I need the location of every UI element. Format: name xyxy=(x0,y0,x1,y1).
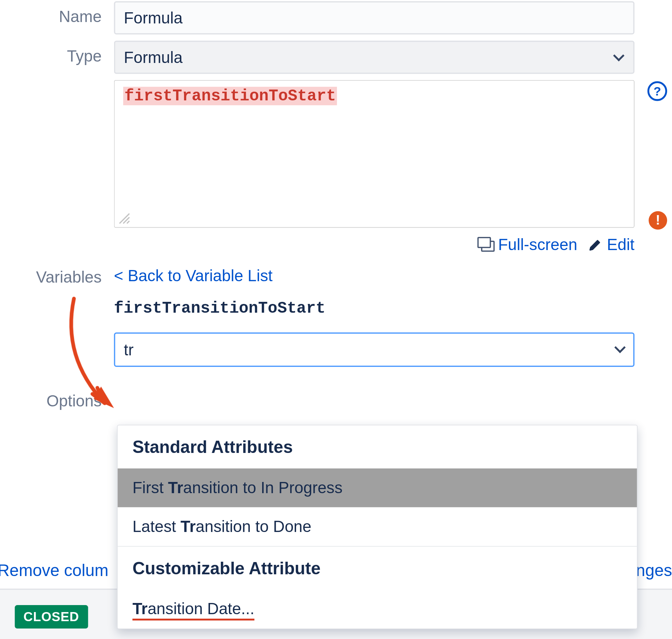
type-select[interactable]: Formula xyxy=(114,41,635,74)
edit-label: Edit xyxy=(607,235,635,254)
chevron-down-icon xyxy=(614,52,625,63)
variable-search-input[interactable] xyxy=(114,332,635,367)
type-label: Type xyxy=(67,47,102,65)
dropdown-item-transition-date[interactable]: Transition Date... xyxy=(118,590,637,629)
type-select-value: Formula xyxy=(124,48,183,67)
fullscreen-link[interactable]: Full-screen xyxy=(478,235,578,254)
help-icon[interactable]: ? xyxy=(648,81,667,101)
changes-link-fragment[interactable]: nges xyxy=(636,561,672,581)
options-label: Options xyxy=(47,391,102,410)
attribute-dropdown: Standard Attributes First Transition to … xyxy=(117,425,637,629)
name-label: Name xyxy=(59,7,102,26)
variable-name: firstTransitionToStart xyxy=(114,299,638,318)
formula-token: firstTransitionToStart xyxy=(123,87,337,105)
fullscreen-icon xyxy=(478,238,493,251)
edit-link[interactable]: Edit xyxy=(588,235,635,254)
formula-editor[interactable]: firstTransitionToStart xyxy=(114,80,635,228)
status-badge: CLOSED xyxy=(15,605,88,629)
remove-column-link[interactable]: Remove colum xyxy=(0,561,108,581)
name-input[interactable] xyxy=(114,1,635,35)
svg-line-2 xyxy=(127,221,130,223)
resize-handle-icon[interactable] xyxy=(118,212,131,225)
dropdown-item-latest-transition[interactable]: Latest Transition to Done xyxy=(118,507,637,546)
back-to-variable-list-link[interactable]: < Back to Variable List xyxy=(114,267,273,285)
dropdown-group-customizable: Customizable Attribute xyxy=(118,547,637,590)
variables-label: Variables xyxy=(36,268,102,286)
dropdown-item-first-transition[interactable]: First Transition to In Progress xyxy=(118,468,637,507)
pencil-icon xyxy=(588,238,602,251)
error-icon[interactable]: ! xyxy=(649,211,667,230)
fullscreen-label: Full-screen xyxy=(498,235,577,254)
dropdown-group-standard: Standard Attributes xyxy=(118,425,637,468)
chevron-down-icon[interactable] xyxy=(615,343,626,355)
